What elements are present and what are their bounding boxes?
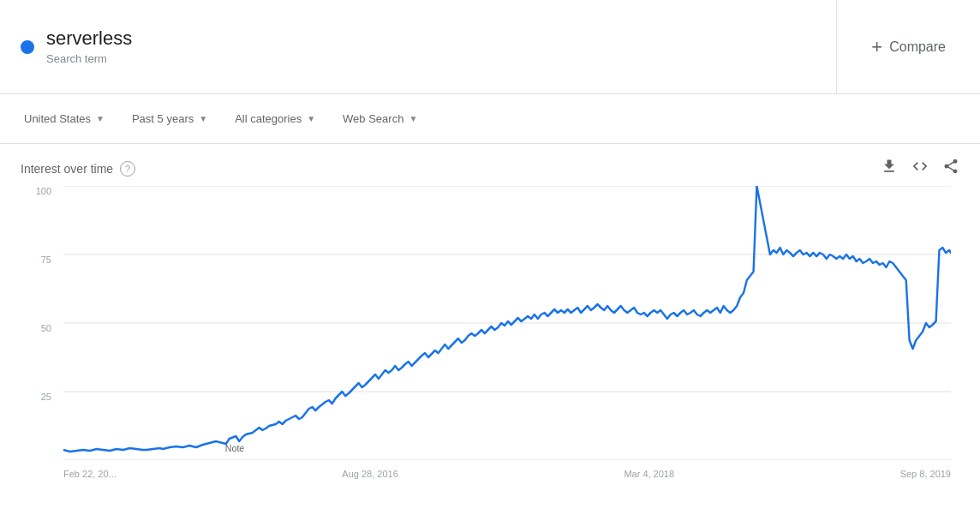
share-icon[interactable]	[942, 158, 959, 179]
header: serverless Search term + Compare	[0, 0, 980, 94]
trend-line-dotted	[949, 250, 951, 253]
chart-title: Interest over time	[21, 162, 113, 176]
time-filter[interactable]: Past 5 years ▼	[122, 105, 218, 132]
download-icon[interactable]	[881, 158, 898, 179]
y-axis-labels: 100 75 50 25	[21, 186, 58, 460]
y-label-75: 75	[41, 255, 58, 265]
compare-section[interactable]: + Compare	[837, 0, 980, 93]
category-filter[interactable]: All categories ▼	[224, 105, 326, 132]
chart-container: 100 75 50 25 Note Feb 22, 20... Aug	[21, 186, 959, 494]
chart-title-area: Interest over time ?	[21, 161, 135, 177]
search-term-text: serverless Search term	[46, 27, 132, 65]
region-label: United States	[24, 112, 91, 125]
y-label-100: 100	[36, 186, 58, 196]
filters-bar: United States ▼ Past 5 years ▼ All categ…	[0, 94, 980, 144]
region-filter[interactable]: United States ▼	[14, 105, 115, 132]
trend-line	[63, 186, 949, 452]
search-term-section: serverless Search term	[0, 0, 837, 93]
chart-svg: Note	[63, 186, 951, 460]
compare-plus-icon: +	[871, 36, 882, 58]
compare-label: Compare	[889, 39, 946, 55]
x-label-start: Feb 22, 20...	[63, 469, 117, 479]
category-label: All categories	[235, 112, 302, 125]
chart-section: Interest over time ? 100 75 50 25	[0, 144, 980, 494]
series-color-dot	[21, 40, 34, 54]
search-term-type: Search term	[46, 52, 107, 65]
time-label: Past 5 years	[132, 112, 194, 125]
search-term-title: serverless	[46, 27, 132, 50]
x-label-2016: Aug 28, 2016	[342, 469, 397, 479]
region-chevron-icon: ▼	[96, 114, 105, 123]
note-text: Note	[225, 443, 244, 453]
search-type-label: Web Search	[343, 112, 403, 125]
chart-actions	[881, 158, 959, 179]
x-label-2018: Mar 4, 2018	[624, 469, 674, 479]
search-type-filter[interactable]: Web Search ▼	[332, 105, 427, 132]
x-axis-labels: Feb 22, 20... Aug 28, 2016 Mar 4, 2018 S…	[63, 464, 951, 494]
help-icon[interactable]: ?	[120, 161, 135, 177]
y-label-50: 50	[41, 323, 58, 333]
category-chevron-icon: ▼	[307, 114, 315, 123]
y-label-25: 25	[41, 392, 58, 402]
x-label-2019: Sep 8, 2019	[900, 469, 951, 479]
embed-icon[interactable]	[911, 158, 929, 179]
time-chevron-icon: ▼	[199, 114, 207, 123]
chart-header: Interest over time ?	[21, 158, 959, 179]
search-type-chevron-icon: ▼	[409, 114, 417, 123]
